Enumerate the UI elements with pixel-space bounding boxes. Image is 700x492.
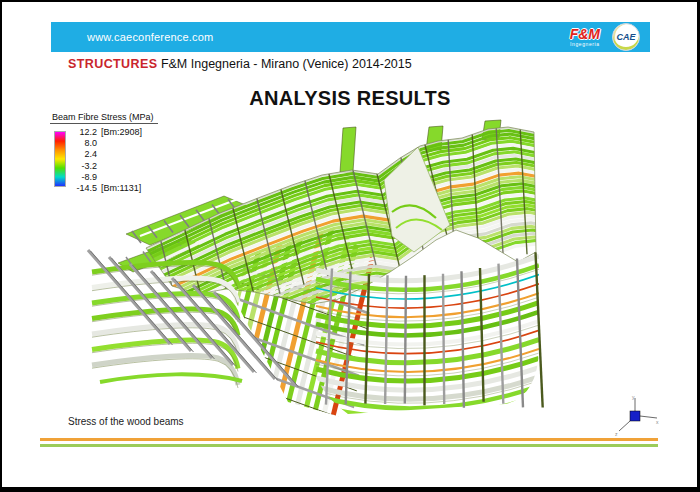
page-title: ANALYSIS RESULTS <box>0 87 700 110</box>
cae-conference-logo: CAE <box>612 23 640 51</box>
legend-entry: 2.4 <box>71 149 142 160</box>
top-bar: www.caeconference.com F&M Ingegneria CAE <box>51 22 650 52</box>
triad-z-label: z <box>615 431 618 437</box>
figure-caption: Stress of the wood beams <box>68 416 184 427</box>
triad-origin <box>630 411 640 421</box>
axis-triad-icon: y x z <box>612 394 660 440</box>
legend-entry: 8.0 <box>71 137 142 148</box>
brand-label: STRUCTURES <box>68 57 157 71</box>
footer-line-orange <box>40 438 658 441</box>
legend-labels: 12.2[Bm:2908] 8.0 2.4 -3.2 -8.9 -14.5[Bm… <box>71 126 142 194</box>
legend-entry: -14.5[Bm:1131] <box>71 182 142 193</box>
legend-title: Beam Fibre Stress (MPa) <box>50 112 158 124</box>
conference-url[interactable]: www.caeconference.com <box>87 31 213 43</box>
footer-line-green <box>40 444 658 447</box>
fm-ingegneria-logo: F&M Ingegneria <box>570 27 600 47</box>
legend: Beam Fibre Stress (MPa) 12.2[Bm:2908] 8.… <box>50 112 158 194</box>
triad-y-label: y <box>632 394 635 400</box>
logo-group: F&M Ingegneria CAE <box>570 23 640 51</box>
legend-entry: -8.9 <box>71 171 142 182</box>
legend-entry: 12.2[Bm:2908] <box>71 126 142 137</box>
legend-entry: -3.2 <box>71 160 142 171</box>
header-line: STRUCTURES F&M Ingegneria - Mirano (Veni… <box>68 57 412 71</box>
header-subtitle: F&M Ingegneria - Mirano (Venice) 2014-20… <box>157 57 411 71</box>
legend-colorbar <box>54 131 66 187</box>
triad-x-label: x <box>656 419 659 425</box>
